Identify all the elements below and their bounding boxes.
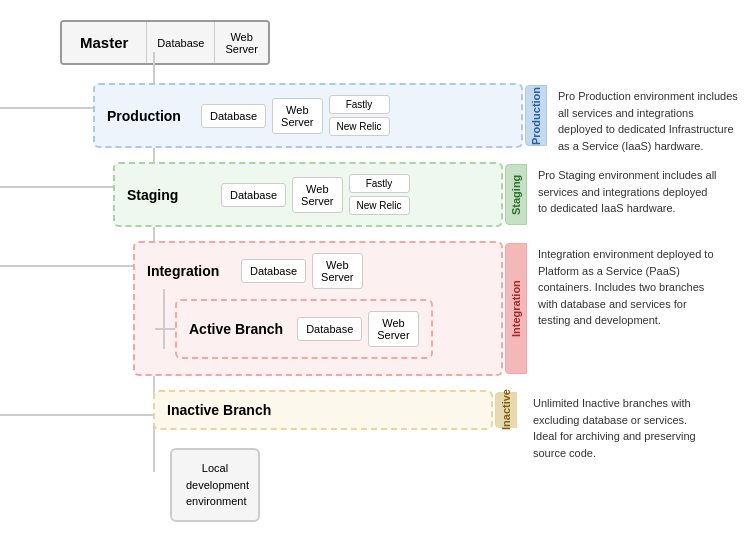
staging-label: Staging [127, 187, 207, 203]
production-inner: Production Database WebServer Fastly New… [107, 95, 509, 136]
inactive-desc: Unlimited Inactive branches with excludi… [533, 390, 713, 461]
staging-extras: Fastly New Relic [349, 174, 410, 215]
local-dev-line3: environment [186, 493, 244, 510]
local-dev-box: Local development environment [170, 448, 260, 522]
master-row: Master Database WebServer [60, 20, 750, 65]
master-box: Master Database WebServer [60, 20, 270, 65]
integration-row: Integration Database WebServer Active Br… [0, 241, 750, 376]
active-branch-label: Active Branch [189, 321, 283, 337]
staging-h-line [0, 186, 113, 188]
staging-row: Staging Database WebServer Fastly New Re… [0, 162, 750, 227]
active-branch-webserver: WebServer [368, 311, 418, 347]
production-webserver: WebServer [272, 98, 322, 134]
staging-desc: Pro Staging environment includes all ser… [538, 162, 718, 217]
local-dev-line2: development [186, 477, 244, 494]
integration-h-line [0, 265, 133, 267]
production-database: Database [201, 104, 266, 128]
integration-wrapper: Integration Database WebServer Active Br… [133, 241, 503, 376]
inactive-box: Inactive Branch Inactive [153, 390, 493, 430]
production-h-line [0, 107, 93, 109]
staging-inner: Staging Database WebServer Fastly New Re… [127, 174, 489, 215]
page-container: Master Database WebServer Production Dat… [0, 0, 750, 537]
inactive-wrapper: Inactive Branch Inactive Unlimited Inact… [153, 390, 493, 430]
local-dev-line1: Local [186, 460, 244, 477]
integration-box: Integration Database WebServer Active Br… [133, 241, 503, 376]
staging-database: Database [221, 183, 286, 207]
production-side-label: Production [525, 85, 547, 146]
integration-label: Integration [147, 263, 227, 279]
active-branch-box: Active Branch Database WebServer [175, 299, 433, 359]
staging-box: Staging Database WebServer Fastly New Re… [113, 162, 503, 227]
inactive-inner: Inactive Branch [167, 402, 479, 418]
staging-newrelic: New Relic [349, 196, 410, 215]
inactive-label: Inactive Branch [167, 402, 277, 418]
active-branch-inner: Active Branch Database WebServer [189, 311, 419, 347]
staging-fastly: Fastly [349, 174, 410, 193]
inactive-row: Inactive Branch Inactive Unlimited Inact… [0, 390, 750, 430]
production-wrapper: Production Database WebServer Fastly New… [93, 83, 523, 148]
integration-webserver: WebServer [312, 253, 362, 289]
master-label: Master [62, 22, 146, 63]
staging-wrapper: Staging Database WebServer Fastly New Re… [113, 162, 503, 227]
staging-webserver: WebServer [292, 177, 342, 213]
staging-side-label: Staging [505, 164, 527, 225]
integration-database: Database [241, 259, 306, 283]
production-fastly: Fastly [329, 95, 390, 114]
production-extras: Fastly New Relic [329, 95, 390, 136]
master-database: Database [146, 22, 214, 63]
integration-inner-vline [163, 289, 165, 349]
production-row: Production Database WebServer Fastly New… [0, 83, 750, 148]
production-newrelic: New Relic [329, 117, 390, 136]
active-branch-hline [155, 328, 175, 330]
inactive-side-label: Inactive [495, 392, 517, 428]
production-box: Production Database WebServer Fastly New… [93, 83, 523, 148]
production-desc: Pro Production environment includes all … [558, 83, 738, 154]
integration-inner: Integration Database WebServer [147, 253, 489, 289]
master-webserver: WebServer [214, 22, 267, 63]
integration-desc: Integration environment deployed to Plat… [538, 241, 718, 329]
production-label: Production [107, 108, 187, 124]
active-branch-database: Database [297, 317, 362, 341]
active-branch-row: Active Branch Database WebServer [155, 299, 489, 359]
inactive-h-line [0, 414, 153, 416]
integration-side-label: Integration [505, 243, 527, 374]
